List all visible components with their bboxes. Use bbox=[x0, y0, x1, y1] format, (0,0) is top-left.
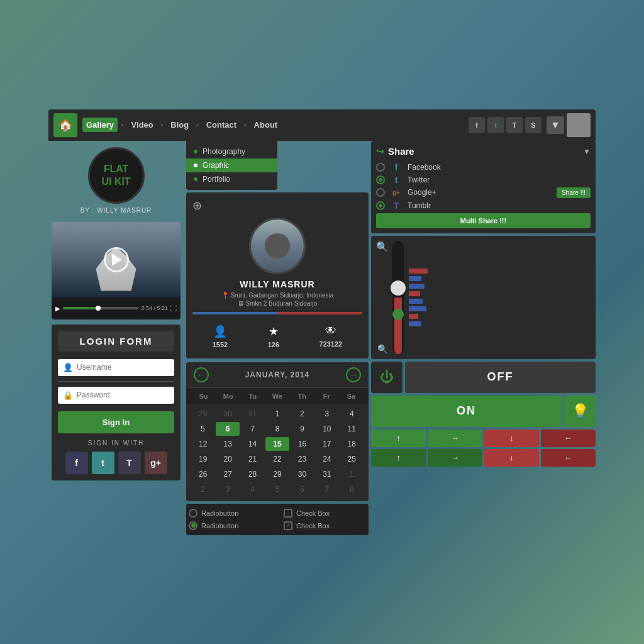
radio-btn-2[interactable] bbox=[189, 521, 197, 530]
multi-share-btn[interactable]: Multi Share !!! bbox=[376, 213, 591, 228]
power-button[interactable]: ⏻ bbox=[371, 362, 402, 393]
arrow-right-2[interactable]: → bbox=[428, 449, 482, 467]
calendar-day-names: Su Mo Tu We Th Fr Sa bbox=[186, 388, 369, 404]
share-radio-fb[interactable] bbox=[376, 163, 385, 172]
nav-dropdown-btn[interactable]: ▼ bbox=[547, 116, 564, 134]
password-input[interactable] bbox=[77, 391, 169, 399]
zoom-in-icon[interactable]: 🔍 bbox=[376, 241, 389, 253]
progress-bar[interactable] bbox=[63, 307, 138, 309]
cal-day-2-4[interactable]: 16 bbox=[291, 437, 314, 451]
nav-item-gallery[interactable]: Gallery bbox=[82, 118, 118, 132]
googleplus-login-btn[interactable]: g+ bbox=[145, 452, 167, 474]
share-radio-tm[interactable] bbox=[376, 201, 385, 210]
dropdown-graphic[interactable]: Graphic bbox=[186, 158, 277, 172]
social-twitter-icon[interactable]: t bbox=[487, 117, 504, 133]
dropdown-portfolio[interactable]: Portfolio bbox=[186, 172, 277, 186]
radio-btn-1[interactable] bbox=[189, 509, 197, 518]
cal-day-4-0[interactable]: 26 bbox=[191, 467, 214, 481]
cal-day-0-5[interactable]: 3 bbox=[315, 407, 338, 421]
cal-day-0-2[interactable]: 31 bbox=[241, 407, 264, 421]
nav-item-video[interactable]: Video bbox=[128, 118, 157, 132]
home-nav-btn[interactable]: 🏠 bbox=[53, 113, 77, 137]
cal-day-1-2[interactable]: 7 bbox=[241, 422, 264, 436]
facebook-login-btn[interactable]: f bbox=[65, 452, 88, 474]
share-radio-gp[interactable] bbox=[376, 188, 385, 197]
arrow-left-2[interactable]: ← bbox=[541, 449, 596, 467]
cal-day-5-2[interactable]: 4 bbox=[241, 482, 264, 496]
checkbox-1[interactable] bbox=[284, 509, 292, 518]
cal-day-5-0[interactable]: 2 bbox=[191, 482, 214, 496]
bar-blue-4 bbox=[409, 306, 426, 311]
cal-day-5-5[interactable]: 7 bbox=[315, 482, 338, 496]
cal-day-3-0[interactable]: 19 bbox=[191, 452, 214, 466]
on-panel: ON 💡 bbox=[371, 396, 596, 427]
cal-day-1-6[interactable]: 11 bbox=[340, 422, 364, 436]
tumblr-login-btn[interactable]: T bbox=[118, 452, 141, 474]
share-radio-tw[interactable] bbox=[376, 175, 385, 184]
social-facebook-icon[interactable]: f bbox=[469, 117, 485, 133]
cal-day-4-2[interactable]: 28 bbox=[241, 467, 264, 481]
cal-day-2-6[interactable]: 18 bbox=[340, 437, 364, 451]
cal-day-2-5[interactable]: 17 bbox=[315, 437, 338, 451]
arrow-right-1[interactable]: → bbox=[428, 430, 482, 447]
cal-day-3-4[interactable]: 23 bbox=[291, 452, 314, 466]
cal-day-1-4[interactable]: 9 bbox=[291, 422, 314, 436]
arrow-down-1[interactable]: ↓ bbox=[484, 430, 539, 447]
cal-day-2-0[interactable]: 12 bbox=[191, 437, 214, 451]
cal-day-4-5[interactable]: 31 bbox=[315, 467, 338, 481]
twitter-login-btn[interactable]: t bbox=[92, 452, 114, 474]
cal-day-4-6[interactable]: 1 bbox=[340, 467, 364, 481]
cal-day-3-5[interactable]: 24 bbox=[315, 452, 338, 466]
slider-track[interactable] bbox=[392, 241, 404, 354]
cal-day-5-1[interactable]: 3 bbox=[216, 482, 239, 496]
play-pause-btn[interactable]: ▶ bbox=[55, 305, 60, 312]
signin-button[interactable]: Sign In bbox=[58, 411, 174, 433]
add-icon[interactable]: ⊕ bbox=[192, 199, 202, 213]
nav-item-blog[interactable]: Blog bbox=[167, 118, 192, 132]
play-button[interactable] bbox=[104, 247, 129, 272]
cal-day-4-4[interactable]: 30 bbox=[291, 467, 314, 481]
arrow-left-1[interactable]: ← bbox=[541, 430, 596, 447]
cal-day-3-3[interactable]: 22 bbox=[265, 452, 289, 466]
cal-day-5-6[interactable]: 8 bbox=[340, 482, 364, 496]
arrow-up-1[interactable]: ↑ bbox=[371, 430, 426, 447]
slider-thumb-green[interactable] bbox=[392, 309, 404, 320]
slider-thumb[interactable] bbox=[391, 280, 406, 296]
checkbox-2[interactable]: ✓ bbox=[284, 521, 292, 530]
cal-prev-btn[interactable]: ← bbox=[194, 367, 209, 382]
zoom-out-icon[interactable]: 🔍 bbox=[377, 344, 388, 354]
cal-day-3-6[interactable]: 25 bbox=[340, 452, 364, 466]
cal-day-0-6[interactable]: 4 bbox=[340, 407, 364, 421]
cal-next-btn[interactable]: → bbox=[346, 367, 361, 382]
nav-item-contact[interactable]: Contact bbox=[203, 118, 240, 132]
cal-day-5-3[interactable]: 5 bbox=[265, 482, 289, 496]
cal-day-1-1[interactable]: 6 bbox=[216, 422, 239, 436]
share-now-btn[interactable]: Share !!! bbox=[557, 187, 591, 198]
cal-day-2-2[interactable]: 14 bbox=[241, 437, 264, 451]
social-skype-icon[interactable]: S bbox=[525, 117, 541, 133]
bulb-button[interactable]: 💡 bbox=[564, 396, 596, 427]
dot-icon bbox=[194, 164, 197, 167]
cal-day-0-4[interactable]: 2 bbox=[291, 407, 314, 421]
cal-day-0-1[interactable]: 30 bbox=[216, 407, 239, 421]
cal-day-2-1[interactable]: 13 bbox=[216, 437, 239, 451]
arrow-down-2[interactable]: ↓ bbox=[484, 449, 539, 467]
cal-day-0-3[interactable]: 1 bbox=[265, 407, 289, 421]
dropdown-photography[interactable]: Photography bbox=[186, 145, 277, 158]
cal-day-3-2[interactable]: 21 bbox=[241, 452, 264, 466]
cal-day-4-1[interactable]: 27 bbox=[216, 467, 239, 481]
cal-day-5-4[interactable]: 6 bbox=[291, 482, 314, 496]
cal-day-1-5[interactable]: 10 bbox=[315, 422, 338, 436]
social-tumblr-icon[interactable]: T bbox=[506, 117, 523, 133]
cal-day-1-3[interactable]: 8 bbox=[265, 422, 289, 436]
cal-day-0-0[interactable]: 29 bbox=[191, 407, 214, 421]
nav-item-about[interactable]: About bbox=[250, 118, 282, 132]
username-input[interactable] bbox=[77, 363, 169, 372]
cal-day-4-3[interactable]: 29 bbox=[265, 467, 289, 481]
cal-day-1-0[interactable]: 5 bbox=[191, 422, 214, 436]
cal-day-3-1[interactable]: 20 bbox=[216, 452, 239, 466]
fullscreen-btn[interactable]: ⛶ bbox=[170, 305, 177, 312]
cal-day-2-3[interactable]: 15 bbox=[265, 437, 289, 451]
share-chevron-icon[interactable]: ▼ bbox=[583, 147, 591, 156]
arrow-up-2[interactable]: ↑ bbox=[371, 449, 426, 467]
